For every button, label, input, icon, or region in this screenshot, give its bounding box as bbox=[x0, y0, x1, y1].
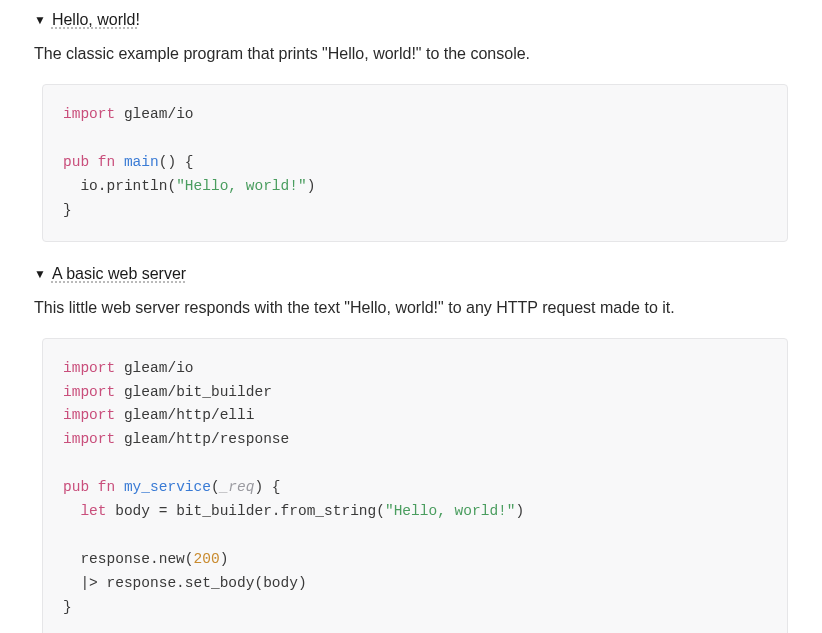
example-description: The classic example program that prints … bbox=[34, 42, 788, 66]
disclosure-triangle-icon: ▼ bbox=[34, 14, 46, 26]
summary-title: Hello, world! bbox=[52, 8, 140, 32]
disclosure-triangle-icon: ▼ bbox=[34, 268, 46, 280]
summary-title: A basic web server bbox=[52, 262, 186, 286]
code-block: import gleam/io import gleam/bit_builder… bbox=[42, 338, 788, 633]
example-hello-world: ▼ Hello, world! The classic example prog… bbox=[34, 8, 788, 242]
example-web-server: ▼ A basic web server This little web ser… bbox=[34, 262, 788, 633]
page-content: ▼ Hello, world! The classic example prog… bbox=[0, 0, 822, 633]
code-block: import gleam/io pub fn main() { io.print… bbox=[42, 84, 788, 242]
summary-web-server[interactable]: ▼ A basic web server bbox=[34, 262, 788, 286]
summary-hello-world[interactable]: ▼ Hello, world! bbox=[34, 8, 788, 32]
example-description: This little web server responds with the… bbox=[34, 296, 788, 320]
